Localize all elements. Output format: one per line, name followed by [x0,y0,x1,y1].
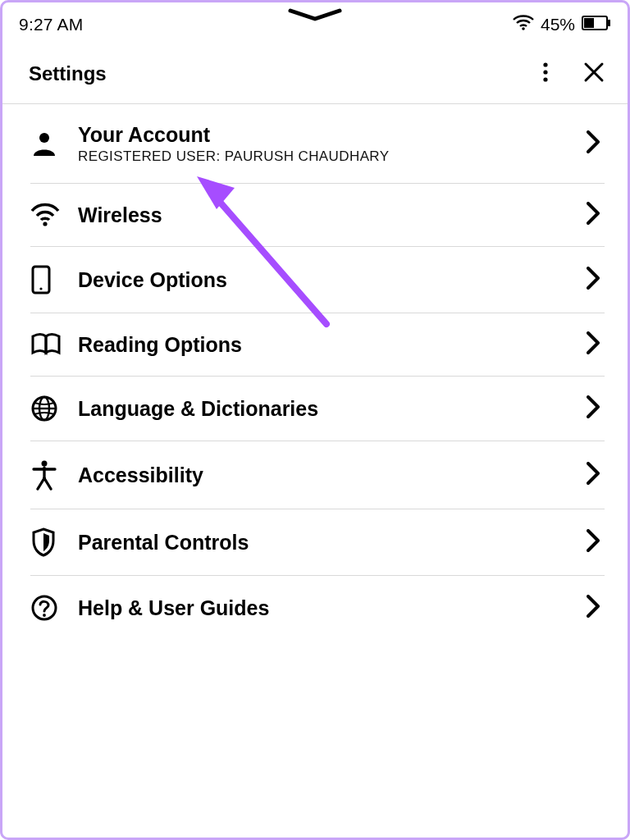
svg-point-5 [543,70,547,74]
svg-rect-3 [584,18,594,28]
row-title: Language & Dictionaries [78,396,587,421]
status-time: 9:27 AM [19,15,83,34]
row-title: Parental Controls [78,530,587,555]
chevron-right-icon [587,462,605,488]
chevron-right-icon [587,202,605,228]
row-help-guides[interactable]: Help & User Guides [30,576,605,640]
row-device-options[interactable]: Device Options [30,247,605,313]
kebab-icon [542,62,549,83]
overflow-menu-button[interactable] [539,58,552,89]
svg-point-6 [543,77,547,81]
svg-line-19 [38,478,44,489]
svg-point-4 [543,62,547,66]
globe-icon [30,395,71,422]
close-button[interactable] [580,58,608,89]
chevron-right-icon [587,267,605,293]
row-wireless[interactable]: Wireless [30,184,605,247]
chevron-right-icon [587,529,605,555]
chevron-right-icon [587,595,605,621]
svg-point-12 [39,287,42,290]
svg-point-10 [43,221,47,226]
device-icon [30,265,71,294]
svg-line-20 [44,478,51,489]
row-title: Help & User Guides [78,596,587,620]
help-icon [30,594,71,622]
book-icon [30,332,71,357]
chevron-right-icon [587,130,605,157]
row-accessibility[interactable]: Accessibility [30,441,605,509]
status-right: 45% [513,15,611,34]
row-parental-controls[interactable]: Parental Controls [30,509,605,576]
battery-icon [582,16,611,34]
row-title: Accessibility [78,463,587,487]
shield-icon [30,527,71,557]
close-icon [583,62,605,83]
accessibility-icon [30,459,71,491]
wifi-icon [30,203,71,227]
row-title: Your Account [78,122,587,147]
svg-point-16 [42,461,48,467]
svg-point-0 [522,27,525,30]
screen-frame: 9:27 AM 45% Settings [0,0,630,840]
row-title: Reading Options [78,332,587,357]
chevron-right-icon [587,395,605,422]
chevron-right-icon [587,331,605,358]
person-icon [30,130,71,158]
pull-down-handle[interactable] [282,7,348,24]
battery-percent: 45% [541,15,575,34]
row-title: Wireless [78,203,587,227]
row-language-dictionaries[interactable]: Language & Dictionaries [30,377,605,441]
svg-rect-2 [608,20,610,26]
row-title: Device Options [78,267,587,292]
settings-list: Your Account REGISTERED USER: PAURUSH CH… [2,104,628,640]
row-subtitle: REGISTERED USER: PAURUSH CHAUDHARY [78,148,587,165]
page-header: Settings [2,42,628,103]
wifi-icon [513,15,534,34]
svg-point-9 [39,133,49,143]
svg-point-22 [43,614,46,617]
row-your-account[interactable]: Your Account REGISTERED USER: PAURUSH CH… [30,104,605,184]
row-reading-options[interactable]: Reading Options [30,313,605,377]
page-title: Settings [29,62,107,85]
